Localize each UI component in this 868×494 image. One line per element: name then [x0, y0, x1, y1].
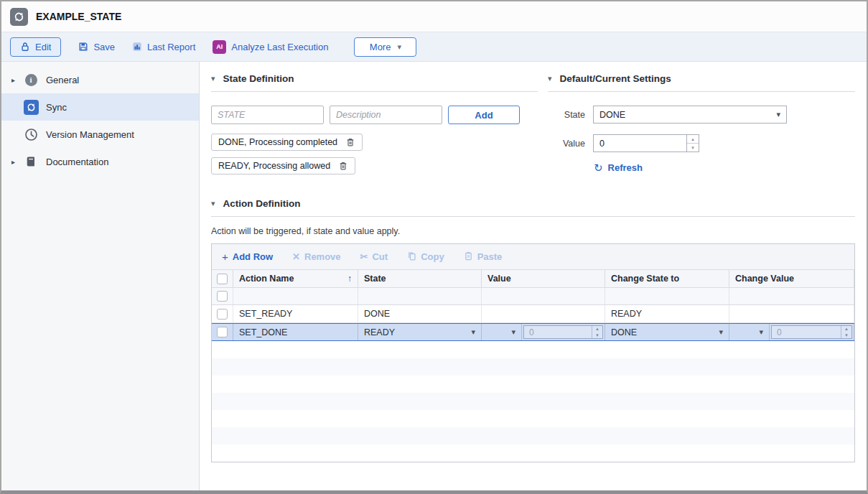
cut-button[interactable]: ✂ Cut: [360, 251, 388, 262]
value-input[interactable]: [594, 135, 686, 152]
action-definition-header[interactable]: ▾ Action Definition: [211, 192, 855, 214]
state-chip: DONE, Processing completed: [211, 134, 363, 151]
column-header-action-name[interactable]: Action Name ↑: [233, 270, 358, 287]
value-stepper: ▲ ▼: [593, 134, 699, 152]
save-label: Save: [93, 42, 115, 52]
info-icon: i: [23, 72, 39, 88]
state-cell-dropdown[interactable]: READY ▾: [358, 324, 482, 340]
save-button[interactable]: Save: [78, 42, 115, 52]
action-grid: + Add Row ✕ Remove ✂ Cut: [211, 243, 855, 462]
add-row-button[interactable]: + Add Row: [222, 251, 273, 262]
sidebar: ▸ i General ▸ Sync: [1, 62, 200, 490]
table-row-set-ready[interactable]: SET_READY DONE READY: [212, 305, 854, 323]
filter-cell[interactable]: [358, 288, 482, 304]
trash-icon[interactable]: [338, 161, 348, 171]
row-checkbox[interactable]: [217, 327, 228, 337]
refresh-button[interactable]: ↻ Refresh: [594, 162, 643, 173]
spin-up-icon[interactable]: ▲: [687, 135, 699, 144]
spin-up-icon[interactable]: ▲: [841, 326, 851, 332]
sidebar-item-documentation[interactable]: ▸ Documentation: [1, 148, 199, 175]
last-report-label: Last Report: [147, 42, 195, 52]
row-checkbox[interactable]: [217, 291, 228, 302]
collapse-caret-icon[interactable]: ▾: [548, 75, 552, 83]
collapse-caret-icon[interactable]: ▾: [211, 200, 215, 208]
grid-toolbar: + Add Row ✕ Remove ✂ Cut: [212, 244, 854, 270]
state-definition-panel: ▾ State Definition Add DONE, Processing …: [211, 67, 538, 174]
state-input[interactable]: [211, 106, 324, 124]
change-state-cell-dropdown[interactable]: DONE ▾: [605, 324, 729, 340]
copy-button[interactable]: Copy: [407, 251, 444, 263]
main-toolbar: Edit Save Last Report: [1, 32, 867, 62]
change-value-number-stepper[interactable]: 0 ▲ ▼: [771, 325, 852, 339]
sidebar-item-general[interactable]: ▸ i General: [1, 66, 199, 93]
change-value-cell[interactable]: [729, 305, 854, 322]
divider: [548, 91, 855, 92]
refresh-icon: ↻: [594, 162, 603, 173]
change-state-cell[interactable]: READY: [605, 305, 729, 322]
chevron-down-icon: ▾: [719, 327, 723, 337]
last-report-button[interactable]: Last Report: [132, 42, 195, 52]
sync-app-icon: [10, 8, 28, 26]
empty-row: [212, 444, 854, 462]
chevron-down-icon: ▾: [759, 327, 763, 337]
section-title: Action Definition: [223, 198, 301, 209]
default-settings-panel: ▾ Default/Current Settings State DONE ▾ …: [548, 67, 855, 174]
table-row-set-done-selected[interactable]: SET_DONE READY ▾ ▾ 0: [212, 323, 854, 341]
sidebar-item-sync[interactable]: ▸ Sync: [1, 93, 199, 121]
filter-cell[interactable]: [729, 288, 854, 304]
state-chip-label: READY, Processing allowed: [218, 161, 330, 171]
sort-ascending-icon[interactable]: ↑: [347, 274, 352, 284]
action-name-cell[interactable]: SET_READY: [233, 305, 358, 322]
collapse-caret-icon[interactable]: ▾: [211, 75, 215, 83]
lock-icon: [20, 42, 30, 52]
expand-caret-icon[interactable]: ▸: [11, 158, 22, 166]
row-checkbox[interactable]: [217, 309, 228, 320]
column-header-change-value[interactable]: Change Value: [729, 270, 854, 287]
trash-icon[interactable]: [345, 137, 355, 147]
spin-up-icon[interactable]: ▲: [592, 326, 602, 332]
section-title: Default/Current Settings: [560, 73, 671, 84]
description-input[interactable]: [330, 106, 442, 124]
sidebar-item-version-management[interactable]: ▸ Version Management: [1, 121, 199, 148]
scissors-icon: ✂: [360, 252, 368, 261]
value-number-stepper[interactable]: 0 ▲ ▼: [523, 325, 603, 339]
state-select[interactable]: DONE ▾: [593, 106, 787, 124]
expand-caret-icon[interactable]: ▸: [11, 76, 22, 84]
action-name-cell[interactable]: SET_DONE: [233, 324, 358, 340]
analyze-last-execution-button[interactable]: AI Analyze Last Execution: [213, 40, 328, 54]
column-header-change-state-to[interactable]: Change State to: [605, 270, 729, 287]
filter-cell[interactable]: [482, 288, 605, 304]
filter-cell[interactable]: [605, 288, 729, 304]
window-frame: EXAMPLE_STATE Edit Save: [0, 0, 868, 494]
empty-row: [212, 341, 854, 358]
state-cell[interactable]: DONE: [358, 305, 482, 322]
change-value-operator-dropdown[interactable]: ▾: [729, 324, 770, 340]
column-header-state[interactable]: State: [358, 270, 482, 287]
spin-down-icon[interactable]: ▼: [592, 332, 602, 339]
ai-icon: AI: [213, 40, 226, 54]
spin-down-icon[interactable]: ▼: [841, 332, 851, 339]
select-all-checkbox[interactable]: [217, 274, 228, 284]
more-button[interactable]: More ▾: [354, 37, 416, 57]
paste-button[interactable]: Paste: [464, 251, 503, 263]
state-chip-label: DONE, Processing completed: [218, 137, 337, 147]
main-content: ▾ State Definition Add DONE, Processing …: [200, 62, 867, 490]
chevron-down-icon: ▾: [511, 327, 515, 337]
add-state-button[interactable]: Add: [448, 106, 520, 124]
book-icon: [23, 154, 39, 169]
sidebar-item-label: General: [46, 75, 79, 85]
state-definition-header[interactable]: ▾ State Definition: [211, 67, 538, 89]
edit-button[interactable]: Edit: [10, 37, 61, 57]
value-cell[interactable]: [482, 305, 605, 322]
spin-down-icon[interactable]: ▼: [687, 144, 699, 152]
filter-cell[interactable]: [233, 288, 358, 304]
grid-empty-area: [212, 341, 854, 462]
value-operator-dropdown[interactable]: ▾: [482, 324, 522, 340]
remove-row-button[interactable]: ✕ Remove: [292, 251, 340, 262]
action-description: Action will be triggered, if state and v…: [211, 226, 855, 236]
grid-header-row: Action Name ↑ State Value Change State t…: [212, 270, 854, 288]
column-header-value[interactable]: Value: [482, 270, 605, 287]
section-title: State Definition: [223, 73, 294, 84]
action-definition-panel: ▾ Action Definition Action will be trigg…: [211, 192, 855, 462]
default-settings-header[interactable]: ▾ Default/Current Settings: [548, 67, 855, 89]
